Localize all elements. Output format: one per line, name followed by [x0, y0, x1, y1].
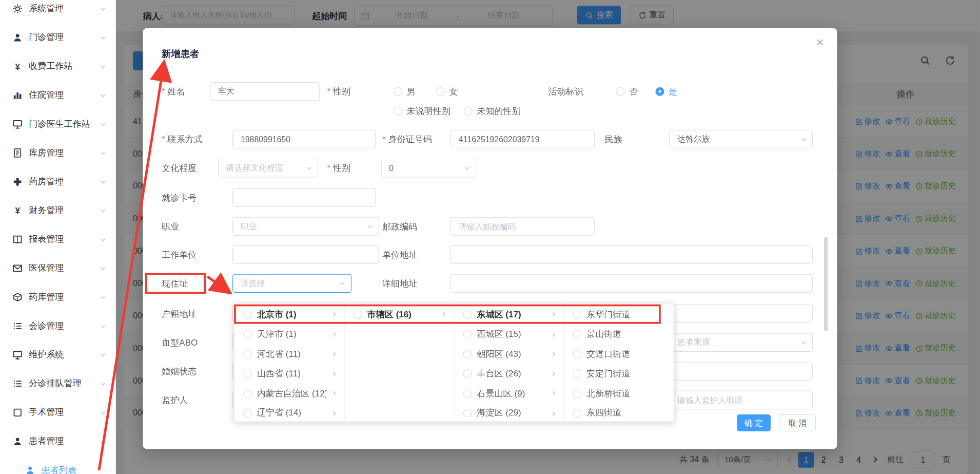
cascader-option[interactable]: 市辖区 (16): [345, 305, 454, 324]
work-address-label: 单位地址: [382, 245, 417, 264]
name-input[interactable]: [210, 82, 320, 101]
cascader-option[interactable]: 西城区 (15): [454, 325, 563, 344]
detail-address-input[interactable]: [450, 274, 813, 293]
cascader-city-column: 市辖区 (16): [344, 304, 454, 422]
gender-radio-unstated[interactable]: 未说明性别: [394, 102, 450, 121]
radio-label: 否: [629, 82, 638, 101]
menu-icon: [12, 321, 23, 331]
name-label: 姓名: [162, 82, 185, 101]
radio-icon: [394, 107, 402, 116]
cascader-option[interactable]: 天津市 (1): [234, 325, 344, 344]
cascader-option[interactable]: 山西省 (11): [234, 364, 344, 384]
app-root: 病人名称 起始时间 开始日期 - 结束日期 搜索 重置: [0, 0, 980, 474]
gender-radio-male[interactable]: 男: [394, 82, 416, 101]
contact-input[interactable]: [232, 130, 376, 149]
cascader-option[interactable]: 北京市 (1): [234, 305, 344, 324]
chevron-right-icon: [441, 311, 447, 318]
close-icon[interactable]: [815, 37, 825, 47]
work-unit-label: 工作单位: [162, 245, 197, 264]
gender-label: 性别: [327, 82, 350, 101]
marital-extra-input[interactable]: [669, 362, 813, 381]
cascader-option[interactable]: 辽宁省 (14): [234, 404, 344, 422]
cascader-option-label: 山西省 (11): [257, 368, 326, 380]
patient-source-select[interactable]: 患者来源: [669, 333, 813, 352]
guardian-phone-input[interactable]: [669, 391, 813, 410]
cascader-option[interactable]: 丰台区 (26): [454, 364, 563, 384]
cascader-option[interactable]: 内蒙古自治区 (12): [234, 384, 344, 403]
cascader-option[interactable]: 河北省 (11): [234, 344, 344, 364]
chevron-down-icon: [100, 323, 106, 329]
sidebar-item[interactable]: 报表管理: [0, 225, 115, 254]
sidebar-item-patient-list[interactable]: 患者列表: [0, 456, 115, 474]
chevron-down-icon: [100, 438, 106, 445]
cascader-option[interactable]: 北新桥街道: [564, 384, 673, 403]
radio-icon: [463, 369, 472, 378]
cascader-option[interactable]: 东城区 (17): [454, 305, 563, 324]
gender-radio-female[interactable]: 女: [436, 82, 458, 101]
sidebar-item[interactable]: 门诊管理: [0, 23, 115, 52]
sidebar-menu: 系统管理 门诊管理 ¥ 收费工作站 住院管理 门诊医生工作站: [0, 0, 115, 474]
sidebar-item[interactable]: 药库管理: [0, 283, 115, 312]
modal-scrollbar-thumb[interactable]: [824, 237, 828, 331]
active-radio-no[interactable]: 否: [616, 82, 638, 101]
cascader-option[interactable]: 景山街道: [564, 325, 673, 344]
cascader-option[interactable]: 安定门街道: [564, 364, 673, 384]
sidebar-item[interactable]: 门诊医生工作站: [0, 110, 115, 139]
cascader-option[interactable]: 朝阳区 (43): [454, 344, 563, 364]
chevron-down-icon: [366, 223, 373, 230]
sidebar-item[interactable]: 系统管理: [0, 0, 115, 23]
radio-checked-icon: [655, 87, 664, 96]
chevron-down-icon: [800, 339, 807, 346]
sidebar-item[interactable]: 库房管理: [0, 139, 115, 167]
sidebar-item[interactable]: 分诊排队管理: [0, 369, 115, 398]
gender2-select[interactable]: 0: [381, 159, 476, 178]
gender-radio-unknown[interactable]: 未知的性别: [464, 102, 521, 121]
menu-label: 药房管理: [29, 176, 64, 187]
sidebar-item[interactable]: 维护系统: [0, 340, 115, 369]
sidebar-item[interactable]: 患者管理: [0, 427, 115, 456]
cascader-option[interactable]: 东华门街道: [564, 305, 673, 324]
visit-card-input[interactable]: [232, 188, 376, 207]
current-address-cascader[interactable]: 请选择: [232, 274, 351, 293]
radio-icon: [354, 310, 362, 319]
radio-icon: [463, 310, 472, 319]
cascader-option[interactable]: 海淀区 (29): [454, 404, 563, 422]
education-label: 文化程度: [162, 159, 197, 178]
confirm-button[interactable]: 确 定: [737, 414, 771, 431]
occupation-select[interactable]: 职业: [232, 217, 379, 236]
household-detail-input[interactable]: [669, 304, 813, 323]
cascader-option[interactable]: 石景山区 (9): [454, 384, 563, 403]
cascader-option-label: 交道口街道: [586, 349, 667, 360]
radio-icon: [463, 350, 472, 358]
sidebar-item[interactable]: 药房管理: [0, 167, 115, 196]
sidebar-item[interactable]: 医保管理: [0, 254, 115, 282]
cascader-option[interactable]: 东四街道: [564, 404, 673, 422]
ethnicity-value: 达斡尔族: [677, 134, 800, 145]
menu-label: 分诊排队管理: [29, 378, 82, 389]
active-radio-yes[interactable]: 是: [655, 82, 677, 101]
cascader-option-label: 河北省 (11): [257, 349, 326, 360]
sidebar-item[interactable]: ¥ 收费工作站: [0, 52, 115, 81]
id-number-input[interactable]: [450, 130, 595, 149]
cascader-option[interactable]: 交道口街道: [564, 344, 673, 364]
gender2-value: 0: [389, 163, 463, 173]
sidebar-item[interactable]: ¥ 财务管理: [0, 196, 115, 225]
chevron-down-icon: [100, 63, 106, 70]
menu-icon: ¥: [12, 62, 23, 72]
cascader-option-label: 东城区 (17): [477, 309, 545, 320]
chevron-right-icon: [331, 370, 338, 377]
cascader-province-column: 北京市 (1) 天津市 (1) 河北省 (11) 山西省 (11) 内蒙: [234, 304, 344, 422]
sidebar-item[interactable]: 会诊管理: [0, 312, 115, 340]
cancel-button[interactable]: 取 消: [779, 414, 816, 431]
ethnicity-select[interactable]: 达斡尔族: [669, 130, 813, 149]
education-select[interactable]: 请选择文化程度: [218, 159, 318, 178]
postal-code-input[interactable]: [450, 217, 595, 236]
radio-icon: [463, 389, 472, 398]
chevron-down-icon: [800, 136, 807, 142]
work-unit-input[interactable]: [232, 245, 379, 264]
sidebar-item[interactable]: 手术管理: [0, 398, 115, 427]
work-address-input[interactable]: [450, 245, 813, 264]
chevron-down-icon: [100, 207, 106, 214]
sidebar-item[interactable]: 住院管理: [0, 81, 115, 109]
sidebar: 系统管理 门诊管理 ¥ 收费工作站 住院管理 门诊医生工作站: [0, 0, 116, 474]
